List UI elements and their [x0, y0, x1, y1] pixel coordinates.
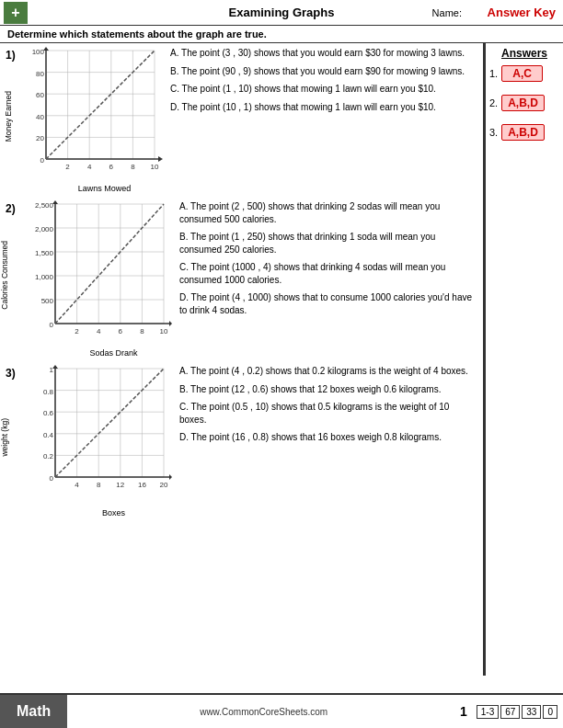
instruction-text: Determine which statements about the gra… [0, 26, 563, 43]
svg-text:1: 1 [50, 366, 54, 374]
svg-text:2,000: 2,000 [35, 225, 54, 233]
svg-text:12: 12 [116, 481, 124, 489]
choice-2d-text: The point (4 , 1000) shows that to consu… [179, 292, 472, 315]
svg-text:1,000: 1,000 [35, 273, 54, 281]
choice-3a-text: The point (4 , 0.2) shows that 0.2 kilog… [190, 366, 468, 376]
graph-2-y-label: Calories Consumed [0, 241, 9, 310]
problem-2-choices: A. The point (2 , 500) shows that drinki… [179, 200, 477, 322]
svg-text:16: 16 [138, 481, 146, 489]
svg-text:8: 8 [140, 327, 144, 336]
logo-icon: + [4, 2, 28, 24]
svg-text:8: 8 [131, 163, 135, 171]
choice-3c: C. The point (0.5 , 10) shows that 0.5 k… [179, 401, 477, 426]
svg-marker-11 [158, 156, 163, 162]
answer-row-1: 1. A,C [489, 65, 559, 82]
svg-text:4: 4 [75, 481, 79, 489]
answer-1-val: A,C [501, 65, 543, 82]
header: + Examining Graphs Name: Answer Key [0, 0, 563, 26]
answers-title: Answers [489, 47, 559, 60]
choice-3a: A. The point (4 , 0.2) shows that 0.2 ki… [179, 365, 477, 378]
svg-text:6: 6 [119, 327, 123, 336]
svg-text:0.6: 0.6 [43, 409, 54, 417]
graph-1-svg: 0 20 40 60 80 100 2 4 6 8 10 [20, 47, 163, 183]
choice-1a-text: The point (3 , 30) shows that you would … [181, 48, 465, 58]
choice-2a-letter: A. [179, 201, 190, 211]
svg-text:100: 100 [32, 48, 45, 56]
choice-1c-letter: C. [170, 84, 182, 94]
choice-3b: B. The point (12 , 0.6) shows that 12 bo… [179, 383, 477, 396]
choice-3a-letter: A. [179, 366, 190, 376]
footer-range: 1-3 [477, 705, 499, 719]
choice-1b-letter: B. [170, 66, 181, 76]
choice-3c-letter: C. [179, 402, 191, 412]
footer-url: www.CommonCoreSheets.com [67, 707, 460, 717]
svg-text:0.2: 0.2 [43, 452, 54, 461]
footer-math-label: Math [0, 695, 67, 728]
answer-1-num: 1. [489, 68, 498, 79]
svg-text:20: 20 [160, 481, 168, 489]
answer-2-val: A,B,D [501, 95, 545, 111]
choice-3c-text: The point (0.5 , 10) shows that 0.5 kilo… [179, 402, 449, 425]
name-label: Name: [432, 7, 462, 18]
footer-stats: 1-3 67 33 0 [477, 705, 557, 719]
choice-3b-letter: B. [179, 384, 190, 394]
problem-2: 2) Calories Consumed [6, 200, 477, 358]
choice-2c-text: The point (1000 , 4) shows that drinking… [179, 262, 445, 285]
choice-3d-letter: D. [179, 432, 191, 442]
svg-text:0.8: 0.8 [43, 388, 54, 396]
choice-3d: D. The point (16 , 0.8) shows that 16 bo… [179, 431, 477, 444]
answer-key-label: Answer Key [488, 6, 556, 19]
choice-2a: A. The point (2 , 500) shows that drinki… [179, 200, 477, 225]
choice-1b: B. The point (90 , 9) shows that you wou… [170, 65, 477, 78]
choice-3b-text: The point (12 , 0.6) shows that 12 boxes… [190, 384, 441, 394]
graph-2-x-label: Sodas Drank [55, 348, 172, 358]
svg-text:4: 4 [87, 163, 92, 171]
svg-text:2: 2 [65, 163, 70, 171]
choice-2b-letter: B. [179, 232, 190, 242]
answers-panel: Answers 1. A,C 2. A,B,D 3. A,B,D [485, 43, 563, 676]
svg-text:0: 0 [40, 156, 45, 165]
choice-3d-text: The point (16 , 0.8) shows that 16 boxes… [191, 432, 442, 442]
choice-2d: D. The point (4 , 1000) shows that to co… [179, 291, 477, 316]
svg-text:40: 40 [36, 113, 44, 121]
svg-text:1,500: 1,500 [35, 249, 54, 257]
svg-text:20: 20 [36, 134, 44, 142]
answer-2-num: 2. [489, 97, 498, 108]
svg-text:2: 2 [75, 327, 79, 336]
page-title: Examining Graphs [229, 6, 335, 19]
choice-1d-text: The point (10 , 1) shows that mowing 1 l… [182, 102, 436, 112]
choice-1d: D. The point (10 , 1) shows that mowing … [170, 101, 477, 114]
svg-text:0: 0 [50, 474, 54, 483]
graph-1: Money Earned [20, 47, 163, 193]
svg-text:60: 60 [36, 91, 44, 99]
graph-1-y-label: Money Earned [4, 91, 13, 142]
graph-3-x-label: Boxes [55, 508, 172, 518]
svg-text:2,500: 2,500 [35, 201, 54, 210]
svg-marker-61 [169, 474, 172, 480]
svg-text:8: 8 [97, 481, 101, 489]
answer-row-2: 2. A,B,D [489, 95, 559, 111]
graph-2-svg: 0 500 1,000 1,500 2,000 2,500 2 4 6 8 10 [20, 200, 172, 347]
problem-3: 3) weight (kg) [6, 365, 477, 518]
footer-page: 1 [460, 704, 467, 719]
footer: Math www.CommonCoreSheets.com 1 1-3 67 3… [0, 693, 563, 728]
choice-1b-text: The point (90 , 9) shows that you would … [181, 66, 465, 76]
choice-2c: C. The point (1000 , 4) shows that drink… [179, 261, 477, 286]
choice-1c-text: The point (1 , 10) shows that mowing 1 l… [182, 84, 436, 94]
graph-3-svg: 0 0.2 0.4 0.6 0.8 1 4 8 12 16 20 [20, 365, 172, 507]
choice-1d-letter: D. [170, 102, 182, 112]
svg-text:6: 6 [109, 163, 114, 171]
choice-2c-letter: C. [179, 262, 191, 272]
choice-1c: C. The point (1 , 10) shows that mowing … [170, 83, 477, 96]
problem-1-choices: A. The point (3 , 30) shows that you wou… [170, 47, 477, 119]
svg-text:10: 10 [151, 163, 159, 171]
svg-text:500: 500 [41, 297, 54, 305]
svg-text:80: 80 [36, 70, 44, 78]
answer-row-3: 3. A,B,D [489, 124, 559, 141]
problems-area: 1) Money Earned [0, 43, 485, 676]
choice-1a-letter: A. [170, 48, 181, 58]
graph-3-y-label: weight (kg) [0, 418, 9, 457]
graph-1-x-label: Lawns Mowed [46, 184, 163, 193]
svg-text:0.4: 0.4 [43, 431, 54, 439]
choice-2a-text: The point (2 , 500) shows that drinking … [179, 201, 440, 224]
